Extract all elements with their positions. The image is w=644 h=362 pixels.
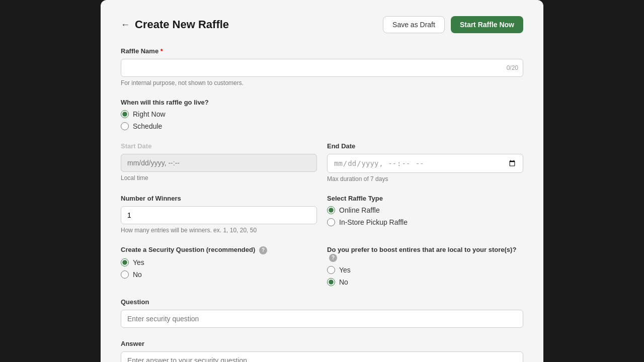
create-raffle-modal: ← Create New Raffle Save as Draft Start … xyxy=(101,0,543,362)
answer-label: Answer xyxy=(121,340,523,347)
raffle-name-label: Raffle Name xyxy=(121,47,523,55)
start-date-section: Start Date Local time xyxy=(121,142,317,183)
boost-no-label: No xyxy=(339,278,348,286)
go-live-radio-group: Right Now Schedule xyxy=(121,110,523,130)
end-date-hint: Max duration of 7 days xyxy=(327,175,523,183)
raffle-type-online-label: Online Raffle xyxy=(339,206,380,214)
start-raffle-button[interactable]: Start Raffle Now xyxy=(451,16,523,33)
raffle-name-hint: For internal purpose, not shown to custo… xyxy=(121,79,523,86)
go-live-schedule[interactable]: Schedule xyxy=(121,122,523,130)
security-label: Create a Security Question (recommended)… xyxy=(121,246,317,254)
go-live-section: When will this raffle go live? Right Now… xyxy=(121,99,523,130)
raffle-type-instore-label: In-Store Pickup Raffle xyxy=(339,218,408,226)
question-label: Question xyxy=(121,298,523,306)
raffle-type-online[interactable]: Online Raffle xyxy=(327,206,523,214)
boost-label-text: Do you prefer to boost entires that are … xyxy=(327,246,516,253)
raffle-name-section: Raffle Name 0/20 For internal purpose, n… xyxy=(121,47,523,86)
start-date-label: Start Date xyxy=(121,142,317,150)
page-title: Create New Raffle xyxy=(135,18,229,31)
go-live-schedule-radio[interactable] xyxy=(121,122,129,130)
raffle-type-label: Select Raffle Type xyxy=(327,195,523,202)
winners-hint: How many entries will be winners. ex. 1,… xyxy=(121,227,317,234)
security-no[interactable]: No xyxy=(121,270,317,279)
go-live-right-now-label: Right Now xyxy=(133,110,166,118)
winners-section: Number of Winners How many entries will … xyxy=(121,195,317,234)
raffle-type-radio-group: Online Raffle In-Store Pickup Raffle xyxy=(327,206,523,226)
header-actions: Save as Draft Start Raffle Now xyxy=(383,16,523,33)
raffle-type-instore[interactable]: In-Store Pickup Raffle xyxy=(327,218,523,226)
boost-yes-label: Yes xyxy=(339,266,351,274)
security-yes[interactable]: Yes xyxy=(121,258,317,266)
end-date-label: End Date xyxy=(327,142,523,150)
security-yes-radio[interactable] xyxy=(121,258,129,266)
security-yes-label: Yes xyxy=(133,258,144,266)
raffle-type-online-radio[interactable] xyxy=(327,206,335,214)
security-no-radio[interactable] xyxy=(121,270,129,279)
go-live-schedule-label: Schedule xyxy=(133,122,162,130)
boost-yes-radio[interactable] xyxy=(327,266,335,274)
header-left: ← Create New Raffle xyxy=(121,18,229,31)
end-date-input[interactable] xyxy=(327,154,523,173)
answer-input[interactable] xyxy=(121,351,523,362)
raffle-name-input[interactable] xyxy=(121,59,523,77)
raffle-type-section: Select Raffle Type Online Raffle In-Stor… xyxy=(327,195,523,234)
question-section: Question xyxy=(121,298,523,328)
winners-input[interactable] xyxy=(121,206,317,224)
boost-no-radio[interactable] xyxy=(327,278,335,286)
date-row: Start Date Local time End Date Max durat… xyxy=(121,142,523,183)
boost-label: Do you prefer to boost entires that are … xyxy=(327,246,523,262)
raffle-name-counter: 0/20 xyxy=(507,64,518,71)
security-label-text: Create a Security Question (recommended) xyxy=(121,246,255,253)
modal-header: ← Create New Raffle Save as Draft Start … xyxy=(121,16,523,33)
boost-yes[interactable]: Yes xyxy=(327,266,523,274)
go-live-right-now[interactable]: Right Now xyxy=(121,110,523,118)
save-draft-button[interactable]: Save as Draft xyxy=(383,16,445,33)
answer-section: Answer xyxy=(121,340,523,362)
boost-no[interactable]: No xyxy=(327,278,523,286)
back-button[interactable]: ← xyxy=(121,20,130,30)
go-live-right-now-radio[interactable] xyxy=(121,110,129,118)
question-input[interactable] xyxy=(121,310,523,328)
winners-type-row: Number of Winners How many entries will … xyxy=(121,195,523,234)
security-info-icon[interactable]: ? xyxy=(259,246,267,254)
start-date-hint: Local time xyxy=(121,174,317,182)
winners-label: Number of Winners xyxy=(121,195,317,202)
security-section: Create a Security Question (recommended)… xyxy=(121,246,317,286)
boost-radio-group: Yes No xyxy=(327,266,523,286)
security-no-label: No xyxy=(133,270,142,279)
boost-section: Do you prefer to boost entires that are … xyxy=(327,246,523,286)
go-live-label: When will this raffle go live? xyxy=(121,99,523,106)
raffle-name-input-wrapper: 0/20 xyxy=(121,59,523,77)
start-date-input xyxy=(121,154,317,172)
raffle-type-instore-radio[interactable] xyxy=(327,218,335,226)
security-radio-group: Yes No xyxy=(121,258,317,279)
boost-info-icon[interactable]: ? xyxy=(329,254,337,262)
end-date-section: End Date Max duration of 7 days xyxy=(327,142,523,183)
security-boost-row: Create a Security Question (recommended)… xyxy=(121,246,523,286)
